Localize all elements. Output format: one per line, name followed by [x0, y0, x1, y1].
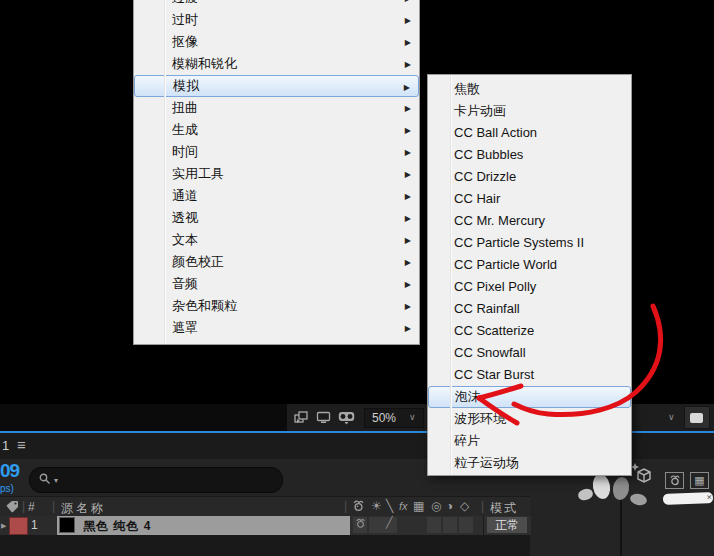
3d-toggle[interactable]	[459, 517, 473, 533]
submenu-arrow-icon: ▶	[405, 214, 411, 223]
region-of-interest-button[interactable]	[684, 406, 710, 429]
column-divider[interactable]: |	[52, 499, 55, 513]
3d-glasses-icon[interactable]	[338, 411, 355, 425]
best-quality-icon: ╱	[386, 516, 393, 529]
layer-row-left: ▶ 1	[0, 516, 57, 535]
menu-item-transition[interactable]: 过渡▶	[134, 0, 419, 9]
frame-blend-icon[interactable]: ▦	[413, 499, 424, 514]
magnification-dropdown[interactable]: 50% ∨	[364, 408, 424, 428]
submenu-item-card-dance[interactable]: 卡片动画	[428, 100, 631, 122]
menu-item-matte[interactable]: 遮罩▶	[134, 317, 419, 339]
submenu-item-cc-drizzle[interactable]: CC Drizzle	[428, 166, 631, 188]
submenu-item-cc-rainfall[interactable]: CC Rainfall	[428, 298, 631, 320]
submenu-item-cc-mr-mercury[interactable]: CC Mr. Mercury	[428, 210, 631, 232]
submenu-item-particle-playground[interactable]: 粒子运动场	[428, 452, 631, 474]
frame-rate-label: ps)	[0, 483, 14, 494]
submenu-item-shatter[interactable]: 碎片	[428, 430, 631, 452]
column-divider[interactable]: |	[481, 499, 484, 513]
timeline-search-input[interactable]: ▾	[29, 467, 283, 493]
submenu-item-cc-star-burst[interactable]: CC Star Burst	[428, 364, 631, 386]
scribble-mark: ×	[707, 492, 713, 503]
submenu-arrow-icon: ▶	[405, 104, 411, 113]
solid-thumbnail	[59, 517, 75, 533]
menu-item-utility[interactable]: 实用工具▶	[134, 163, 419, 185]
menu-item-text[interactable]: 文本▶	[134, 229, 419, 251]
zoom-level-value: 50%	[372, 411, 396, 425]
effects-menu: 过渡▶ 过时▶ 抠像▶ 模糊和锐化▶ 模拟▶ 扭曲▶ 生成▶ 时间▶ 实用工具▶…	[133, 0, 420, 345]
submenu-item-cc-ball-action[interactable]: CC Ball Action	[428, 122, 631, 144]
menu-item-noise-grain[interactable]: 杂色和颗粒▶	[134, 295, 419, 317]
layer-switches: ╱	[350, 516, 483, 535]
column-header-mode[interactable]: 模式	[490, 500, 518, 517]
submenu-item-caustics[interactable]: 焦散	[428, 78, 631, 100]
effects-fx-icon[interactable]: fx	[399, 499, 408, 514]
submenu-arrow-icon: ▶	[405, 60, 411, 69]
column-header-source-name[interactable]: 源名称	[61, 500, 106, 517]
panel-menu-icon[interactable]: ≡	[17, 436, 26, 453]
submenu-item-cc-particle-world[interactable]: CC Particle World	[428, 254, 631, 276]
menu-item-color-correction[interactable]: 颜色校正▶	[134, 251, 419, 273]
submenu-item-cc-scatterize[interactable]: CC Scatterize	[428, 320, 631, 342]
submenu-item-foam[interactable]: 泡沫	[428, 386, 631, 408]
label-column-icon[interactable]	[6, 500, 19, 513]
column-header-number[interactable]: #	[28, 500, 35, 514]
menu-item-time[interactable]: 时间▶	[134, 141, 419, 163]
collapse-transformations-icon[interactable]: ☀	[371, 499, 382, 514]
submenu-arrow-icon: ▶	[405, 258, 411, 267]
simulation-submenu: 焦散 卡片动画 CC Ball Action CC Bubbles CC Dri…	[427, 74, 632, 476]
submenu-arrow-icon: ▶	[405, 324, 411, 333]
shy-icon	[355, 517, 366, 532]
shy-icon[interactable]	[352, 499, 365, 517]
menu-item-distort[interactable]: 扭曲▶	[134, 97, 419, 119]
submenu-item-cc-pixel-polly[interactable]: CC Pixel Polly	[428, 276, 631, 298]
comp-toolbar-left-group: 50% ∨	[287, 404, 428, 431]
always-preview-icon[interactable]	[294, 411, 309, 424]
menu-item-keying[interactable]: 抠像▶	[134, 31, 419, 53]
menu-item-simulation[interactable]: 模拟▶	[134, 75, 419, 97]
submenu-arrow-icon: ▶	[405, 170, 411, 179]
column-divider[interactable]: |	[344, 499, 347, 513]
3d-layer-icon[interactable]: ◇	[460, 499, 469, 514]
submenu-arrow-icon: ▶	[404, 83, 410, 92]
submenu-arrow-icon: ▶	[405, 148, 411, 157]
current-timecode[interactable]: 09	[0, 460, 19, 482]
submenu-arrow-icon: ▶	[405, 236, 411, 245]
submenu-arrow-icon: ▶	[405, 16, 411, 25]
whiteout-annotation: ×	[663, 492, 713, 505]
menu-item-audio[interactable]: 音频▶	[134, 273, 419, 295]
motion-blur-toggle[interactable]	[427, 517, 441, 533]
submenu-arrow-icon: ▶	[405, 38, 411, 47]
after-effects-window: 50% ∨ 整 ∨ 1 ≡ 09 ps) ▾	[0, 0, 714, 556]
adjustment-layer-icon[interactable]: ◑	[446, 499, 453, 514]
motion-blur-icon[interactable]: ◎	[431, 499, 441, 514]
submenu-item-cc-hair[interactable]: CC Hair	[428, 188, 631, 210]
frame-blend-toggle-button[interactable]: ▦	[690, 472, 709, 489]
submenu-arrow-icon: ▶	[405, 280, 411, 289]
menu-item-obsolete[interactable]: 过时▶	[134, 9, 419, 31]
expand-layer-arrow-icon[interactable]: ▶	[1, 522, 6, 530]
layer-label-color-swatch[interactable]	[9, 517, 28, 535]
adjustment-toggle[interactable]	[443, 517, 457, 533]
layer-name[interactable]: 黑色 纯色 4	[83, 518, 151, 535]
layer-row: ▶ 1 黑色 纯色 4 ╱ 正常	[0, 516, 530, 535]
menu-item-blur-sharpen[interactable]: 模糊和锐化▶	[134, 53, 419, 75]
submenu-item-cc-bubbles[interactable]: CC Bubbles	[428, 144, 631, 166]
timeline-column-headers: | # | 源名称 | ☀ ╲ fx ▦ ◎ ◑ ◇ | 模式	[0, 496, 530, 517]
menu-item-generate[interactable]: 生成▶	[134, 119, 419, 141]
layer-name-cell[interactable]: 黑色 纯色 4	[57, 516, 350, 535]
menu-item-perspective[interactable]: 透视▶	[134, 207, 419, 229]
submenu-item-cc-particle-systems-ii[interactable]: CC Particle Systems II	[428, 232, 631, 254]
submenu-item-cc-snowfall[interactable]: CC Snowfall	[428, 342, 631, 364]
layer-mode-cell: 正常	[483, 516, 531, 535]
column-divider[interactable]: |	[22, 499, 25, 513]
submenu-arrow-icon: ▶	[405, 192, 411, 201]
blend-mode-dropdown[interactable]: 正常	[487, 517, 527, 533]
main-viewer-icon[interactable]	[316, 411, 331, 424]
timeline-tab[interactable]: 1	[2, 438, 9, 453]
menu-item-channel[interactable]: 通道▶	[134, 185, 419, 207]
quality-icon[interactable]: ╲	[386, 499, 393, 514]
submenu-item-wave-world[interactable]: 波形环境	[428, 408, 631, 430]
collapse-toggle[interactable]	[369, 517, 383, 533]
shy-toggle-button[interactable]	[665, 472, 684, 489]
search-options-caret-icon: ▾	[54, 476, 58, 485]
